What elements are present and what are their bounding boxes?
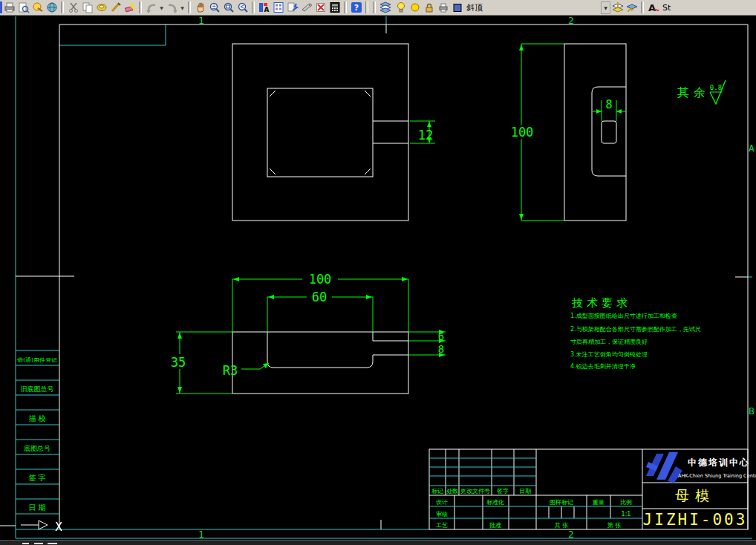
company-name-en: AHK-Chien Shiung Training Center bbox=[678, 473, 756, 479]
sheet-set-icon[interactable] bbox=[300, 1, 313, 14]
toolbar-separator bbox=[188, 1, 191, 13]
layer-previous-icon[interactable] bbox=[625, 1, 638, 14]
print-icon[interactable] bbox=[3, 1, 16, 14]
properties-icon[interactable]: A bbox=[258, 1, 270, 14]
dim-text: 100 bbox=[309, 272, 332, 287]
layer-manager-icon[interactable] bbox=[379, 1, 391, 14]
company-name-cn: 中德培训中心 bbox=[688, 457, 750, 468]
calculator-icon[interactable] bbox=[328, 1, 341, 14]
surface-roughness-note: 其余 0.8 bbox=[677, 80, 726, 104]
tech-req-line: 寸后再精加工，保证精度良好 bbox=[570, 339, 648, 345]
dim-side-slot: 8 bbox=[593, 98, 625, 121]
dim-text: 6 bbox=[438, 330, 444, 342]
part-name: 母模 bbox=[675, 487, 715, 503]
zone-right-a: A bbox=[749, 143, 755, 154]
spell-check-icon[interactable] bbox=[31, 1, 44, 14]
copy-icon[interactable] bbox=[81, 1, 94, 14]
sig-label-standardization: 标准化 bbox=[486, 499, 504, 506]
surface-label: 其余 bbox=[677, 85, 710, 99]
tech-req-line: 2.与模架相配合各部尺寸需参照配作加工，先试尺 bbox=[570, 326, 701, 333]
erase-icon[interactable] bbox=[123, 1, 136, 14]
toolbar-separator bbox=[373, 1, 376, 13]
zone-bottom-1: 1 bbox=[198, 529, 204, 540]
match-properties-icon[interactable] bbox=[109, 1, 122, 14]
left-row-label: 借(通)用件登记 bbox=[17, 356, 57, 363]
dim-text: 12 bbox=[418, 128, 433, 143]
clipped-icon[interactable] bbox=[0, 1, 2, 13]
side-view[interactable] bbox=[564, 44, 626, 221]
help-icon[interactable]: ? bbox=[350, 1, 362, 14]
layer-combobox[interactable]: 斜顶 ▼ bbox=[394, 1, 610, 14]
design-center-icon[interactable] bbox=[286, 1, 299, 14]
roughness-value: 0.8 bbox=[710, 84, 722, 91]
dim-front-steps: 6 8 bbox=[408, 330, 446, 357]
text-style-icon[interactable]: A bbox=[647, 1, 659, 14]
toolbar: ▼ ▼ ± A ? 斜顶 ▼ A St bbox=[0, 0, 756, 16]
clipped-command-text bbox=[22, 543, 29, 544]
command-area-edge[interactable] bbox=[0, 540, 756, 545]
rev-header: 日期 bbox=[519, 488, 531, 495]
ucs-x-axis-label: X bbox=[55, 520, 62, 534]
toolbar-separator bbox=[61, 1, 64, 13]
dim-side-height: 100 bbox=[509, 44, 564, 221]
redo-icon[interactable] bbox=[166, 1, 178, 14]
tech-req-line: 3.未注工艺倒角均匀倒钝处理 bbox=[570, 351, 648, 358]
pan-icon[interactable] bbox=[194, 1, 206, 14]
technical-requirements: 技术要求 1.成型面按图纸给出尺寸进行加工和检查 2.与模架相配合各部尺寸需参照… bbox=[570, 296, 701, 370]
toolbar-separator bbox=[641, 1, 644, 13]
svg-text:?: ? bbox=[353, 3, 358, 13]
clipped-command-text bbox=[48, 543, 57, 544]
left-row-label: 描 校 bbox=[28, 414, 45, 422]
drawing-canvas[interactable]: 1 2 1 2 A B 借(通)用件登记 旧底图总号 描 校 底图总号 签 字 bbox=[0, 16, 756, 540]
rev-header: 标记 bbox=[431, 488, 443, 495]
make-layer-current-icon[interactable] bbox=[611, 1, 624, 14]
layer-lock-icon[interactable] bbox=[423, 1, 435, 14]
cad-application-window: ▼ ▼ ± A ? 斜顶 ▼ A St bbox=[0, 0, 756, 545]
stamp-label: 图样标记 bbox=[550, 499, 573, 506]
print-preview-icon[interactable] bbox=[17, 1, 30, 14]
redo-dropdown-icon[interactable]: ▼ bbox=[179, 1, 186, 13]
zoom-window-icon[interactable] bbox=[222, 1, 235, 14]
layer-color-swatch[interactable] bbox=[451, 1, 463, 14]
sig-label-design: 设计 bbox=[436, 499, 448, 506]
scale-label: 比例 bbox=[620, 499, 632, 506]
sig-label-audit: 审核 bbox=[436, 511, 448, 518]
zone-top-2: 2 bbox=[568, 16, 574, 26]
zoom-realtime-icon[interactable]: ± bbox=[208, 1, 221, 14]
layer-combo-dropdown[interactable]: ▼ bbox=[601, 1, 610, 14]
left-row-label: 底图总号 bbox=[24, 445, 50, 452]
layer-on-bulb-icon[interactable] bbox=[394, 1, 407, 14]
undo-dropdown-icon[interactable]: ▼ bbox=[158, 1, 165, 13]
dim-front-pocket: 60 bbox=[267, 290, 373, 332]
dim-text: 100 bbox=[511, 125, 534, 140]
left-row-label: 旧底图总号 bbox=[21, 385, 54, 393]
sheet-no-label: 第 张 bbox=[607, 522, 622, 529]
plan-view[interactable] bbox=[232, 44, 408, 221]
tech-req-line: 4.锐边去毛刺并清理干净 bbox=[570, 363, 636, 370]
toolbar-separator bbox=[365, 1, 368, 13]
tool-palettes-icon[interactable] bbox=[272, 1, 284, 14]
clipped-command-text bbox=[34, 543, 43, 544]
cut-icon[interactable] bbox=[67, 1, 79, 14]
sheet-total-label: 共 张 bbox=[555, 522, 569, 529]
front-view[interactable] bbox=[232, 332, 408, 394]
inner-frame bbox=[0, 25, 748, 529]
rev-header: 处数 bbox=[446, 488, 458, 495]
undo-icon[interactable] bbox=[145, 1, 157, 14]
text-style-value[interactable]: St bbox=[662, 3, 671, 13]
zone-right-b: B bbox=[749, 405, 755, 417]
current-layer-name: 斜顶 bbox=[466, 2, 483, 13]
zone-bottom-2: 2 bbox=[568, 529, 574, 540]
ucs-icon: X bbox=[21, 520, 62, 534]
layer-plot-icon[interactable] bbox=[437, 1, 449, 14]
zoom-previous-icon[interactable] bbox=[236, 1, 249, 14]
layer-freeze-sun-icon[interactable] bbox=[408, 1, 421, 14]
toolbar-separator bbox=[139, 1, 142, 13]
markup-set-icon[interactable] bbox=[314, 1, 327, 14]
svg-text:A: A bbox=[648, 2, 655, 13]
publish-web-icon[interactable] bbox=[45, 1, 58, 14]
paste-icon[interactable] bbox=[95, 1, 108, 14]
rev-header: 更改文件号 bbox=[460, 488, 490, 495]
dim-text: 60 bbox=[312, 290, 327, 304]
dim-front-radius: R3 bbox=[223, 363, 269, 378]
